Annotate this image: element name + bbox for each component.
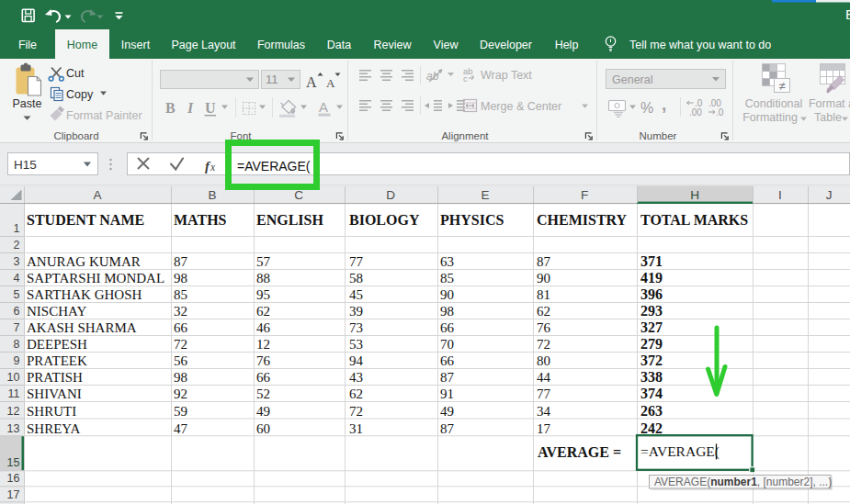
svg-text:F: F bbox=[581, 188, 588, 202]
svg-text:AVERAGE(number1, [number2], ..: AVERAGE(number1, [number2], ...) bbox=[654, 476, 832, 488]
svg-text:Wrap Text: Wrap Text bbox=[481, 69, 532, 82]
svg-text:95: 95 bbox=[256, 287, 270, 302]
svg-text:DEEPESH: DEEPESH bbox=[27, 337, 87, 352]
svg-text:13: 13 bbox=[7, 422, 20, 435]
svg-text:=AVERAGE(: =AVERAGE( bbox=[237, 159, 311, 174]
svg-text:34: 34 bbox=[537, 404, 551, 419]
svg-text:Clipboard: Clipboard bbox=[53, 130, 98, 141]
svg-text:A: A bbox=[326, 76, 335, 90]
svg-text:PRATISH: PRATISH bbox=[27, 370, 83, 385]
svg-text:327: 327 bbox=[640, 319, 663, 335]
svg-text:62: 62 bbox=[349, 386, 363, 401]
svg-text:31: 31 bbox=[349, 421, 363, 436]
svg-text:9: 9 bbox=[14, 354, 20, 367]
svg-text:ab: ab bbox=[426, 70, 439, 83]
svg-text:ANURAG KUMAR: ANURAG KUMAR bbox=[27, 254, 141, 269]
svg-text:16: 16 bbox=[7, 472, 20, 485]
svg-text:70: 70 bbox=[440, 337, 454, 352]
svg-text:Merge & Center: Merge & Center bbox=[481, 100, 561, 113]
svg-text:STUDENT NAME: STUDENT NAME bbox=[27, 212, 144, 228]
svg-text:85: 85 bbox=[174, 287, 187, 302]
svg-text:59: 59 bbox=[174, 404, 187, 419]
svg-text:56: 56 bbox=[174, 353, 188, 368]
svg-text:Number: Number bbox=[640, 130, 677, 141]
svg-text:66: 66 bbox=[440, 353, 455, 368]
svg-text:242: 242 bbox=[640, 420, 663, 436]
svg-text:47: 47 bbox=[174, 421, 188, 436]
svg-text:SHIVANI: SHIVANI bbox=[27, 386, 82, 401]
svg-text:94: 94 bbox=[349, 353, 364, 368]
svg-text:A: A bbox=[306, 74, 317, 90]
svg-text:46: 46 bbox=[256, 320, 271, 335]
svg-text:MATHS: MATHS bbox=[174, 212, 227, 228]
svg-text:J: J bbox=[826, 188, 833, 202]
svg-text:.0: .0 bbox=[716, 107, 724, 118]
svg-text:98: 98 bbox=[440, 304, 454, 319]
svg-text:73: 73 bbox=[349, 320, 363, 335]
svg-text:SAPTARSHI MONDAL: SAPTARSHI MONDAL bbox=[27, 271, 164, 286]
svg-text:32: 32 bbox=[174, 304, 187, 319]
svg-text:87: 87 bbox=[537, 254, 551, 269]
svg-text:=AVERAGE(: =AVERAGE( bbox=[640, 443, 720, 460]
svg-text:338: 338 bbox=[640, 369, 663, 385]
svg-text:49: 49 bbox=[256, 404, 270, 419]
svg-text:Formatting: Formatting bbox=[742, 111, 798, 124]
svg-text:5: 5 bbox=[14, 288, 20, 301]
svg-text:87: 87 bbox=[440, 421, 455, 436]
svg-text:View: View bbox=[434, 39, 459, 51]
svg-text:3: 3 bbox=[14, 255, 20, 268]
svg-text:x: x bbox=[210, 162, 216, 173]
svg-text:Tell me what you want to do: Tell me what you want to do bbox=[629, 39, 771, 51]
svg-text:76: 76 bbox=[537, 320, 551, 335]
svg-text:Formulas: Formulas bbox=[257, 39, 305, 51]
svg-text:44: 44 bbox=[537, 370, 551, 385]
svg-text:Cut: Cut bbox=[66, 67, 85, 80]
svg-text:98: 98 bbox=[174, 370, 187, 385]
svg-text:62: 62 bbox=[256, 304, 270, 319]
svg-text:371: 371 bbox=[640, 253, 663, 269]
svg-text:279: 279 bbox=[640, 336, 663, 352]
svg-text:11: 11 bbox=[8, 387, 20, 400]
svg-text:66: 66 bbox=[440, 320, 455, 335]
svg-text:A: A bbox=[93, 188, 101, 202]
svg-text:Home: Home bbox=[67, 39, 97, 51]
svg-text:77: 77 bbox=[349, 254, 364, 269]
svg-text:Developer: Developer bbox=[480, 39, 532, 51]
svg-text:SARTHAK GHOSH: SARTHAK GHOSH bbox=[27, 287, 142, 302]
svg-text:52: 52 bbox=[256, 386, 270, 401]
svg-text:53: 53 bbox=[349, 337, 363, 352]
svg-text:Page Layout: Page Layout bbox=[171, 39, 236, 51]
svg-text:AKASH SHARMA: AKASH SHARMA bbox=[27, 320, 137, 335]
svg-text:B: B bbox=[165, 100, 176, 116]
svg-text:87: 87 bbox=[440, 370, 455, 385]
svg-text:90: 90 bbox=[440, 287, 454, 302]
svg-text:66: 66 bbox=[256, 370, 271, 385]
svg-text:72: 72 bbox=[349, 404, 363, 419]
svg-text:98: 98 bbox=[174, 271, 187, 286]
svg-text:62: 62 bbox=[537, 304, 550, 319]
svg-text:,: , bbox=[662, 95, 666, 114]
svg-text:4: 4 bbox=[14, 272, 20, 285]
svg-text:PRATEEK: PRATEEK bbox=[27, 353, 87, 368]
svg-text:63: 63 bbox=[440, 254, 454, 269]
svg-text:10: 10 bbox=[7, 371, 20, 384]
svg-text:263: 263 bbox=[640, 403, 663, 419]
svg-text:Insert: Insert bbox=[121, 39, 151, 51]
svg-text:Alignment: Alignment bbox=[441, 130, 489, 141]
svg-text:U: U bbox=[205, 100, 216, 116]
svg-text:76: 76 bbox=[256, 353, 271, 368]
svg-text:11: 11 bbox=[266, 73, 278, 86]
svg-text:Paste: Paste bbox=[13, 97, 42, 110]
svg-text:87: 87 bbox=[174, 254, 188, 269]
svg-text:49: 49 bbox=[440, 404, 454, 419]
svg-text:PHYSICS: PHYSICS bbox=[440, 212, 504, 228]
svg-text:293: 293 bbox=[640, 303, 663, 319]
svg-text:374: 374 bbox=[640, 386, 663, 401]
svg-text:H15: H15 bbox=[14, 158, 37, 172]
svg-text:B: B bbox=[208, 188, 216, 202]
svg-text:6: 6 bbox=[14, 305, 20, 318]
svg-text:372: 372 bbox=[640, 353, 663, 368]
svg-text:C: C bbox=[294, 188, 303, 202]
svg-text:NISCHAY: NISCHAY bbox=[27, 304, 86, 319]
svg-text:ENGLISH: ENGLISH bbox=[256, 212, 323, 228]
